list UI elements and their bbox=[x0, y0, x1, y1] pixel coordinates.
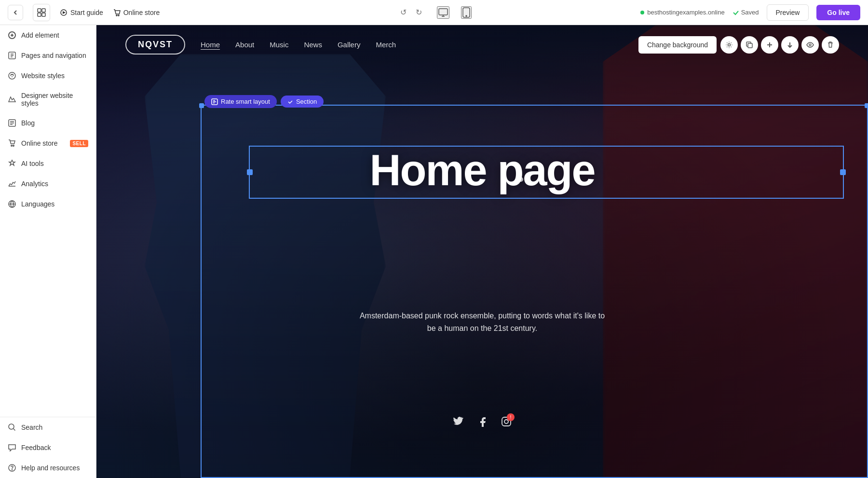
sidebar-item-blog[interactable]: Blog bbox=[0, 113, 96, 133]
svg-rect-2 bbox=[38, 13, 41, 16]
copy-icon-button[interactable] bbox=[741, 36, 758, 54]
sidebar-item-designer-styles[interactable]: Designer website styles bbox=[0, 86, 96, 113]
topbar-center: ↺ ↻ bbox=[396, 6, 472, 19]
domain-badge: besthostingexamples.online bbox=[640, 9, 724, 16]
rate-smart-layout-button[interactable]: Rate smart layout bbox=[204, 95, 277, 108]
sidebar-item-feedback[interactable]: Feedback bbox=[0, 437, 96, 458]
topbar-right: besthostingexamples.online Saved Preview… bbox=[640, 4, 860, 21]
undo-redo-group: ↺ ↻ bbox=[396, 6, 425, 19]
mobile-view-button[interactable] bbox=[461, 6, 472, 19]
website-preview: NQVST Home About Music News Gallery Merc… bbox=[96, 25, 868, 478]
sidebar-item-help-resources[interactable]: Help and resources bbox=[0, 458, 96, 478]
instagram-icon[interactable]: ! bbox=[501, 416, 512, 430]
topbar: Start guide Online store ↺ ↻ besthosting… bbox=[0, 0, 868, 25]
online-dot bbox=[640, 11, 644, 14]
svg-point-7 bbox=[118, 15, 119, 16]
svg-point-6 bbox=[116, 15, 117, 16]
nav-home[interactable]: Home bbox=[201, 41, 220, 49]
preview-button[interactable]: Preview bbox=[767, 4, 809, 21]
section-tag[interactable]: Section bbox=[281, 96, 324, 108]
toolbar-icons bbox=[720, 36, 839, 54]
nav-music[interactable]: Music bbox=[270, 41, 288, 49]
desktop-view-button[interactable] bbox=[437, 6, 449, 19]
sidebar-item-online-store[interactable]: Online store SELL bbox=[0, 133, 96, 153]
start-guide-link[interactable]: Start guide bbox=[60, 9, 103, 16]
section-indicator: Rate smart layout Section bbox=[201, 95, 868, 108]
sidebar-bottom: Search Feedback Help and resources bbox=[0, 417, 96, 478]
nav-news[interactable]: News bbox=[304, 41, 322, 49]
svg-marker-5 bbox=[63, 11, 66, 14]
add-icon-button[interactable] bbox=[761, 36, 778, 54]
site-nav: Home About Music News Gallery Merch bbox=[201, 41, 396, 49]
facebook-icon[interactable] bbox=[477, 416, 488, 430]
svg-point-26 bbox=[504, 420, 508, 423]
saved-status: Saved bbox=[732, 9, 759, 16]
nav-merch[interactable]: Merch bbox=[376, 41, 396, 49]
svg-rect-8 bbox=[439, 9, 448, 15]
settings-icon-button[interactable] bbox=[720, 36, 738, 54]
cursor-dot bbox=[518, 177, 523, 182]
svg-point-18 bbox=[9, 424, 14, 429]
site-home-title[interactable]: Home page bbox=[96, 146, 868, 195]
online-store-link[interactable]: Online store bbox=[113, 9, 160, 16]
svg-point-13 bbox=[9, 72, 15, 79]
undo-button[interactable]: ↺ bbox=[396, 6, 410, 19]
sidebar-item-ai-tools[interactable]: AI tools bbox=[0, 153, 96, 174]
sidebar-item-add-element[interactable]: Add element bbox=[0, 25, 96, 45]
svg-rect-22 bbox=[748, 43, 752, 48]
site-header: NQVST Home About Music News Gallery Merc… bbox=[96, 25, 868, 64]
golive-button[interactable]: Go live bbox=[816, 5, 860, 20]
svg-point-15 bbox=[11, 145, 12, 146]
svg-point-16 bbox=[13, 145, 14, 146]
sidebar-item-search[interactable]: Search bbox=[0, 417, 96, 437]
svg-rect-0 bbox=[38, 9, 41, 12]
change-background-button[interactable]: Change background bbox=[638, 36, 717, 54]
site-logo[interactable]: NQVST bbox=[125, 35, 185, 55]
back-button[interactable] bbox=[8, 5, 23, 20]
sidebar-item-pages-navigation[interactable]: Pages and navigation bbox=[0, 45, 96, 66]
svg-point-21 bbox=[728, 43, 731, 46]
view-toggle-button[interactable] bbox=[33, 4, 50, 21]
move-down-icon-button[interactable] bbox=[781, 36, 799, 54]
twitter-icon[interactable] bbox=[453, 416, 463, 430]
svg-rect-1 bbox=[42, 9, 45, 12]
canvas-area[interactable]: NQVST Home About Music News Gallery Merc… bbox=[96, 25, 868, 478]
eye-icon-button[interactable] bbox=[801, 36, 819, 54]
redo-button[interactable]: ↻ bbox=[412, 6, 425, 19]
svg-point-10 bbox=[466, 15, 467, 16]
svg-point-23 bbox=[809, 44, 811, 46]
nav-gallery[interactable]: Gallery bbox=[338, 41, 361, 49]
main-layout: Add element Pages and navigation Website… bbox=[0, 25, 868, 478]
site-subtitle[interactable]: Amsterdam-based punk rock ensemble, putt… bbox=[357, 310, 608, 334]
sidebar: Add element Pages and navigation Website… bbox=[0, 25, 96, 478]
nav-about[interactable]: About bbox=[235, 41, 254, 49]
svg-rect-3 bbox=[42, 13, 45, 16]
delete-icon-button[interactable] bbox=[822, 36, 839, 54]
sell-badge: SELL bbox=[70, 140, 88, 147]
sidebar-spacer bbox=[0, 214, 96, 417]
instagram-notification-badge: ! bbox=[507, 413, 515, 421]
sidebar-item-analytics[interactable]: Analytics bbox=[0, 174, 96, 194]
sidebar-item-languages[interactable]: Languages bbox=[0, 194, 96, 214]
social-icons-group: ! bbox=[453, 416, 512, 430]
topbar-left: Start guide Online store bbox=[8, 4, 160, 21]
sidebar-item-website-styles[interactable]: Website styles bbox=[0, 66, 96, 86]
svg-point-20 bbox=[12, 470, 13, 470]
guitarist-silhouette bbox=[145, 54, 386, 478]
vocalist-silhouette bbox=[603, 25, 868, 478]
